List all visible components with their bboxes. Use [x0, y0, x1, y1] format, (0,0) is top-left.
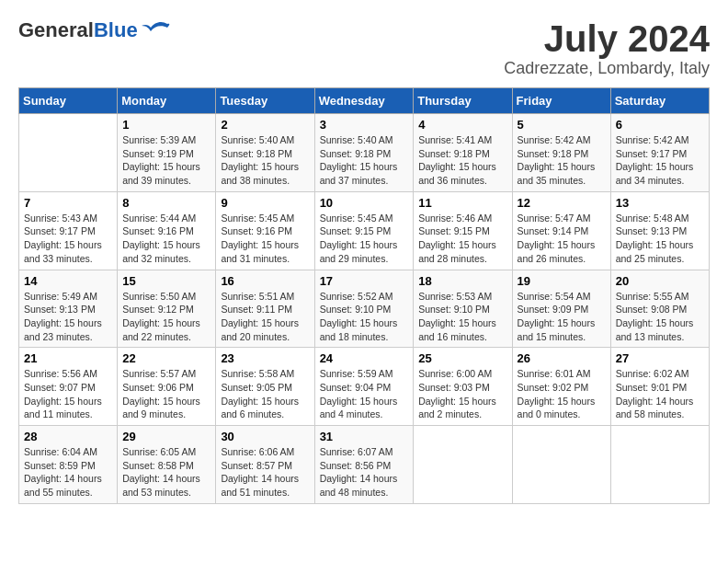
calendar-cell: 4Sunrise: 5:41 AMSunset: 9:18 PMDaylight… — [414, 114, 512, 192]
day-number: 12 — [518, 196, 606, 210]
day-number: 10 — [320, 196, 409, 210]
calendar-table: SundayMondayTuesdayWednesdayThursdayFrid… — [18, 87, 710, 504]
calendar-col-header: Friday — [512, 88, 610, 114]
day-info: Sunrise: 5:58 AMSunset: 9:05 PMDaylight:… — [221, 367, 309, 421]
day-number: 15 — [122, 274, 210, 288]
day-number: 28 — [24, 430, 112, 443]
calendar-cell: 24Sunrise: 5:59 AMSunset: 9:04 PMDayligh… — [314, 348, 414, 426]
day-info: Sunrise: 5:56 AMSunset: 9:07 PMDaylight:… — [24, 367, 112, 421]
calendar-col-header: Saturday — [610, 88, 709, 114]
day-info: Sunrise: 5:59 AMSunset: 9:04 PMDaylight:… — [320, 367, 409, 421]
day-number: 4 — [418, 118, 506, 132]
calendar-cell: 22Sunrise: 5:57 AMSunset: 9:06 PMDayligh… — [118, 348, 216, 426]
calendar-col-header: Wednesday — [314, 88, 414, 114]
page-subtitle: Cadrezzate, Lombardy, Italy — [504, 59, 710, 78]
day-info: Sunrise: 5:42 AMSunset: 9:18 PMDaylight:… — [518, 133, 606, 188]
calendar-week-row: 28Sunrise: 6:04 AMSunset: 8:59 PMDayligh… — [19, 426, 710, 504]
day-info: Sunrise: 5:47 AMSunset: 9:14 PMDaylight:… — [518, 212, 606, 266]
day-number: 25 — [418, 351, 506, 365]
day-number: 22 — [122, 351, 210, 365]
calendar-col-header: Thursday — [414, 88, 512, 114]
day-number: 19 — [518, 274, 606, 288]
day-info: Sunrise: 5:43 AMSunset: 9:17 PMDaylight:… — [24, 212, 112, 266]
day-info: Sunrise: 6:04 AMSunset: 8:59 PMDaylight:… — [24, 445, 112, 500]
logo: GeneralBlue — [18, 18, 171, 42]
calendar-cell: 12Sunrise: 5:47 AMSunset: 9:14 PMDayligh… — [512, 191, 610, 270]
day-number: 29 — [122, 430, 210, 443]
calendar-header-row: SundayMondayTuesdayWednesdayThursdayFrid… — [19, 88, 710, 114]
calendar-week-row: 14Sunrise: 5:49 AMSunset: 9:13 PMDayligh… — [19, 270, 710, 348]
calendar-cell: 2Sunrise: 5:40 AMSunset: 9:18 PMDaylight… — [216, 114, 314, 192]
day-info: Sunrise: 5:41 AMSunset: 9:18 PMDaylight:… — [418, 133, 506, 188]
day-number: 1 — [122, 118, 210, 132]
calendar-cell: 13Sunrise: 5:48 AMSunset: 9:13 PMDayligh… — [610, 191, 709, 270]
day-number: 5 — [518, 118, 606, 132]
calendar-cell: 21Sunrise: 5:56 AMSunset: 9:07 PMDayligh… — [19, 348, 118, 426]
calendar-week-row: 1Sunrise: 5:39 AMSunset: 9:19 PMDaylight… — [19, 114, 710, 192]
calendar-col-header: Tuesday — [216, 88, 314, 114]
day-number: 26 — [518, 351, 606, 365]
calendar-cell: 30Sunrise: 6:06 AMSunset: 8:57 PMDayligh… — [216, 426, 314, 504]
calendar-cell — [19, 114, 118, 192]
calendar-cell: 29Sunrise: 6:05 AMSunset: 8:58 PMDayligh… — [118, 426, 216, 504]
calendar-col-header: Monday — [118, 88, 216, 114]
day-number: 8 — [122, 196, 210, 210]
calendar-cell: 25Sunrise: 6:00 AMSunset: 9:03 PMDayligh… — [414, 348, 512, 426]
day-info: Sunrise: 5:44 AMSunset: 9:16 PMDaylight:… — [122, 212, 210, 266]
day-number: 14 — [24, 274, 112, 288]
day-number: 20 — [616, 274, 704, 288]
calendar-cell: 9Sunrise: 5:45 AMSunset: 9:16 PMDaylight… — [216, 191, 314, 270]
day-number: 31 — [320, 430, 409, 443]
day-info: Sunrise: 6:00 AMSunset: 9:03 PMDaylight:… — [418, 367, 506, 421]
calendar-cell: 1Sunrise: 5:39 AMSunset: 9:19 PMDaylight… — [118, 114, 216, 192]
day-number: 7 — [24, 196, 112, 210]
day-info: Sunrise: 5:39 AMSunset: 9:19 PMDaylight:… — [122, 133, 210, 188]
calendar-cell: 31Sunrise: 6:07 AMSunset: 8:56 PMDayligh… — [314, 426, 414, 504]
day-info: Sunrise: 5:46 AMSunset: 9:15 PMDaylight:… — [418, 212, 506, 266]
day-number: 24 — [320, 351, 409, 365]
logo-text: GeneralBlue — [18, 18, 138, 42]
calendar-cell: 17Sunrise: 5:52 AMSunset: 9:10 PMDayligh… — [314, 270, 414, 348]
logo-bird-icon — [142, 20, 171, 40]
day-info: Sunrise: 5:51 AMSunset: 9:11 PMDaylight:… — [221, 290, 309, 344]
day-number: 13 — [616, 196, 704, 210]
day-info: Sunrise: 5:45 AMSunset: 9:15 PMDaylight:… — [320, 212, 409, 266]
calendar-cell: 14Sunrise: 5:49 AMSunset: 9:13 PMDayligh… — [19, 270, 118, 348]
day-info: Sunrise: 5:45 AMSunset: 9:16 PMDaylight:… — [221, 212, 309, 266]
calendar-cell: 7Sunrise: 5:43 AMSunset: 9:17 PMDaylight… — [19, 191, 118, 270]
calendar-cell — [512, 426, 610, 504]
day-info: Sunrise: 6:01 AMSunset: 9:02 PMDaylight:… — [518, 367, 606, 421]
day-number: 9 — [221, 196, 309, 210]
calendar-cell: 18Sunrise: 5:53 AMSunset: 9:10 PMDayligh… — [414, 270, 512, 348]
day-number: 6 — [616, 118, 704, 132]
title-section: July 2024 Cadrezzate, Lombardy, Italy — [504, 18, 710, 78]
page-title: July 2024 — [504, 18, 710, 59]
day-info: Sunrise: 5:53 AMSunset: 9:10 PMDaylight:… — [418, 290, 506, 344]
calendar-cell: 3Sunrise: 5:40 AMSunset: 9:18 PMDaylight… — [314, 114, 414, 192]
day-number: 18 — [418, 274, 506, 288]
day-info: Sunrise: 6:05 AMSunset: 8:58 PMDaylight:… — [122, 445, 210, 500]
calendar-week-row: 7Sunrise: 5:43 AMSunset: 9:17 PMDaylight… — [19, 191, 710, 270]
calendar-cell: 28Sunrise: 6:04 AMSunset: 8:59 PMDayligh… — [19, 426, 118, 504]
calendar-cell: 16Sunrise: 5:51 AMSunset: 9:11 PMDayligh… — [216, 270, 314, 348]
day-info: Sunrise: 5:40 AMSunset: 9:18 PMDaylight:… — [320, 133, 409, 188]
calendar-cell: 5Sunrise: 5:42 AMSunset: 9:18 PMDaylight… — [512, 114, 610, 192]
day-info: Sunrise: 5:54 AMSunset: 9:09 PMDaylight:… — [518, 290, 606, 344]
day-info: Sunrise: 5:49 AMSunset: 9:13 PMDaylight:… — [24, 290, 112, 344]
day-number: 23 — [221, 351, 309, 365]
day-number: 30 — [221, 430, 309, 443]
calendar-cell: 15Sunrise: 5:50 AMSunset: 9:12 PMDayligh… — [118, 270, 216, 348]
day-info: Sunrise: 5:55 AMSunset: 9:08 PMDaylight:… — [616, 290, 704, 344]
day-number: 27 — [616, 351, 704, 365]
calendar-cell: 10Sunrise: 5:45 AMSunset: 9:15 PMDayligh… — [314, 191, 414, 270]
calendar-col-header: Sunday — [19, 88, 118, 114]
day-info: Sunrise: 5:52 AMSunset: 9:10 PMDaylight:… — [320, 290, 409, 344]
day-info: Sunrise: 6:07 AMSunset: 8:56 PMDaylight:… — [320, 445, 409, 500]
calendar-cell: 8Sunrise: 5:44 AMSunset: 9:16 PMDaylight… — [118, 191, 216, 270]
day-number: 2 — [221, 118, 309, 132]
calendar-cell: 19Sunrise: 5:54 AMSunset: 9:09 PMDayligh… — [512, 270, 610, 348]
calendar-cell — [414, 426, 512, 504]
day-info: Sunrise: 6:02 AMSunset: 9:01 PMDaylight:… — [616, 367, 704, 421]
calendar-cell: 6Sunrise: 5:42 AMSunset: 9:17 PMDaylight… — [610, 114, 709, 192]
day-number: 17 — [320, 274, 409, 288]
